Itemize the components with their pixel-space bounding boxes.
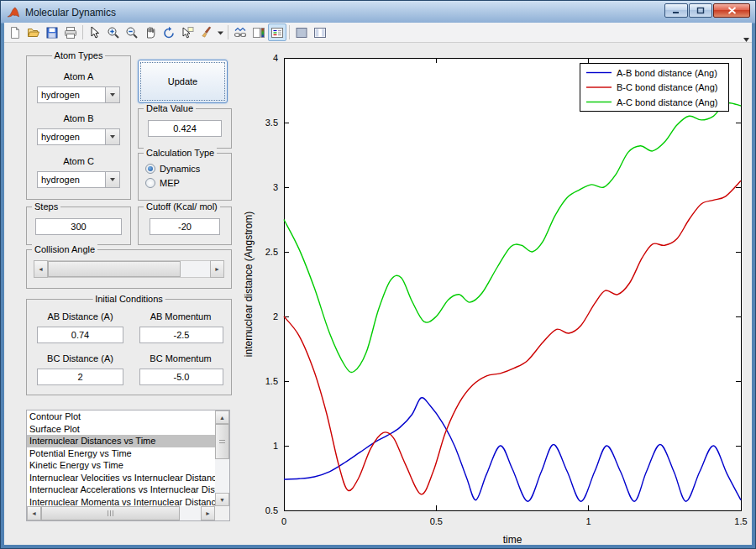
brush-dropdown-icon[interactable] bbox=[215, 24, 225, 41]
minimize-icon bbox=[672, 7, 680, 14]
matlab-app-icon bbox=[7, 6, 20, 19]
svg-text:1: 1 bbox=[273, 441, 278, 451]
radio-option-mep[interactable]: MEP bbox=[145, 175, 231, 190]
slider-left-arrow-icon[interactable]: ◄ bbox=[34, 260, 48, 278]
new-file-icon[interactable] bbox=[6, 24, 24, 41]
atom-b-label: Atom B bbox=[27, 113, 130, 123]
horizontal-scroll-thumb[interactable] bbox=[41, 506, 180, 520]
window-controls bbox=[664, 3, 750, 18]
toolbar-separator bbox=[289, 25, 290, 39]
svg-text:2.5: 2.5 bbox=[265, 247, 278, 257]
svg-text:3: 3 bbox=[273, 182, 278, 192]
show-plot-tools-icon[interactable] bbox=[311, 24, 329, 41]
scrollbar-corner bbox=[215, 506, 229, 520]
cutoff-panel: Cutoff (Kcal/ mol) bbox=[138, 207, 232, 245]
listbox-vertical-scrollbar[interactable]: ▲ ▼ bbox=[215, 410, 229, 506]
titlebar[interactable]: Molecular Dynamics bbox=[4, 3, 752, 22]
close-button[interactable] bbox=[713, 3, 750, 18]
delta-value-panel: Delta Value bbox=[138, 108, 232, 149]
calculation-type-panel: Calculation Type DynamicsMEP bbox=[138, 153, 232, 201]
atom-a-dropdown[interactable]: hydrogen bbox=[37, 86, 120, 103]
svg-text:4: 4 bbox=[273, 53, 278, 63]
svg-text:2: 2 bbox=[273, 311, 278, 322]
data-cursor-icon[interactable] bbox=[178, 24, 197, 41]
ab-distance-field[interactable] bbox=[37, 327, 123, 343]
atom-types-panel: Atom Types Atom A hydrogen Atom B hydrog… bbox=[26, 55, 131, 200]
chevron-down-icon bbox=[105, 172, 119, 187]
plot-type-listbox[interactable]: Contour PlotSurface PlotInternuclear Dis… bbox=[26, 410, 230, 521]
x-axis-label: time bbox=[503, 534, 522, 546]
svg-text:1: 1 bbox=[586, 516, 591, 526]
cutoff-field[interactable] bbox=[150, 218, 220, 235]
chevron-down-icon bbox=[105, 87, 119, 102]
open-folder-icon[interactable] bbox=[24, 24, 43, 41]
edit-plot-icon[interactable] bbox=[86, 24, 104, 41]
panel-title: Collision Angle bbox=[32, 244, 97, 254]
list-item[interactable]: Contour Plot bbox=[27, 410, 215, 423]
legend-item-label: B-C bond distance (Ang) bbox=[617, 82, 717, 92]
bc-momentum-field[interactable] bbox=[139, 369, 223, 385]
atom-a-value: hydrogen bbox=[38, 90, 105, 100]
listbox-horizontal-scrollbar[interactable]: ◄ ► bbox=[27, 506, 215, 520]
atom-b-dropdown[interactable]: hydrogen bbox=[37, 128, 120, 145]
maximize-button[interactable] bbox=[689, 3, 712, 18]
list-item[interactable]: Potential Energy vs Time bbox=[27, 447, 215, 460]
hide-plot-tools-icon[interactable] bbox=[292, 24, 311, 41]
slider-right-arrow-icon[interactable]: ► bbox=[210, 260, 224, 278]
svg-text:1.5: 1.5 bbox=[265, 376, 278, 386]
ab-momentum-label: AB Momentum bbox=[134, 311, 227, 322]
zoom-in-icon[interactable] bbox=[104, 24, 123, 41]
delta-value-field[interactable] bbox=[148, 120, 222, 137]
scroll-left-arrow-icon[interactable]: ◄ bbox=[27, 506, 41, 520]
collision-angle-slider[interactable]: ◄ ► bbox=[34, 260, 224, 278]
ab-momentum-field[interactable] bbox=[139, 327, 223, 343]
bc-distance-label: BC Distance (A) bbox=[32, 353, 129, 363]
vertical-scroll-thumb[interactable] bbox=[215, 424, 229, 459]
list-item[interactable]: Surface Plot bbox=[27, 423, 215, 436]
brush-icon[interactable] bbox=[197, 24, 215, 41]
toolbar bbox=[4, 23, 752, 43]
panel-title: Steps bbox=[32, 201, 60, 212]
panel-title: Atom Types bbox=[52, 50, 106, 60]
insert-colorbar-icon[interactable] bbox=[249, 24, 268, 41]
print-icon[interactable] bbox=[61, 24, 80, 41]
slider-track[interactable] bbox=[48, 260, 210, 278]
toolbar-separator bbox=[82, 25, 83, 39]
atom-c-dropdown[interactable]: hydrogen bbox=[37, 171, 120, 188]
bc-distance-field[interactable] bbox=[37, 369, 123, 385]
radio-icon bbox=[145, 178, 155, 188]
radio-label: MEP bbox=[160, 178, 180, 188]
vertical-scroll-track[interactable] bbox=[215, 424, 229, 493]
radio-option-dynamics[interactable]: Dynamics bbox=[145, 161, 231, 175]
steps-field[interactable] bbox=[35, 218, 122, 235]
zoom-out-icon[interactable] bbox=[123, 24, 141, 41]
update-button[interactable]: Update bbox=[138, 60, 228, 103]
atom-b-value: hydrogen bbox=[38, 132, 105, 142]
horizontal-scroll-track[interactable] bbox=[41, 506, 201, 520]
scroll-right-arrow-icon[interactable]: ► bbox=[201, 506, 215, 520]
insert-legend-icon[interactable] bbox=[268, 24, 286, 41]
list-item[interactable]: Internuclear Accelerations vs Internucle… bbox=[27, 484, 215, 496]
figure-client-area: Atom Types Atom A hydrogen Atom B hydrog… bbox=[4, 43, 752, 545]
list-item[interactable]: Internuclear Velocities vs Internuclear … bbox=[27, 472, 215, 484]
slider-thumb[interactable] bbox=[48, 261, 181, 277]
pan-icon[interactable] bbox=[141, 24, 160, 41]
toolbar-separator bbox=[228, 25, 228, 39]
rotate-3d-icon[interactable] bbox=[160, 24, 178, 41]
initial-conditions-panel: Initial Conditions AB Distance (A) AB Mo… bbox=[26, 299, 232, 395]
scroll-up-arrow-icon[interactable]: ▲ bbox=[215, 410, 229, 424]
minimize-button[interactable] bbox=[664, 3, 688, 18]
close-icon bbox=[727, 7, 737, 14]
atom-c-value: hydrogen bbox=[38, 175, 105, 185]
list-item[interactable]: Kinetic Energy vs Time bbox=[27, 459, 215, 472]
save-icon[interactable] bbox=[43, 24, 61, 41]
panel-title: Delta Value bbox=[144, 103, 196, 113]
plot-area[interactable] bbox=[284, 58, 741, 510]
legend[interactable]: A-B bond distance (Ang)B-C bond distance… bbox=[580, 63, 728, 111]
list-item[interactable]: Internuclear Momenta vs Internuclear Dis… bbox=[27, 496, 215, 507]
list-item[interactable]: Internuclear Distances vs Time bbox=[27, 435, 215, 447]
panel-title: Cutoff (Kcal/ mol) bbox=[144, 201, 220, 212]
scroll-down-arrow-icon[interactable]: ▼ bbox=[215, 493, 229, 506]
link-plot-icon[interactable] bbox=[231, 24, 249, 41]
ab-distance-label: AB Distance (A) bbox=[32, 311, 129, 322]
